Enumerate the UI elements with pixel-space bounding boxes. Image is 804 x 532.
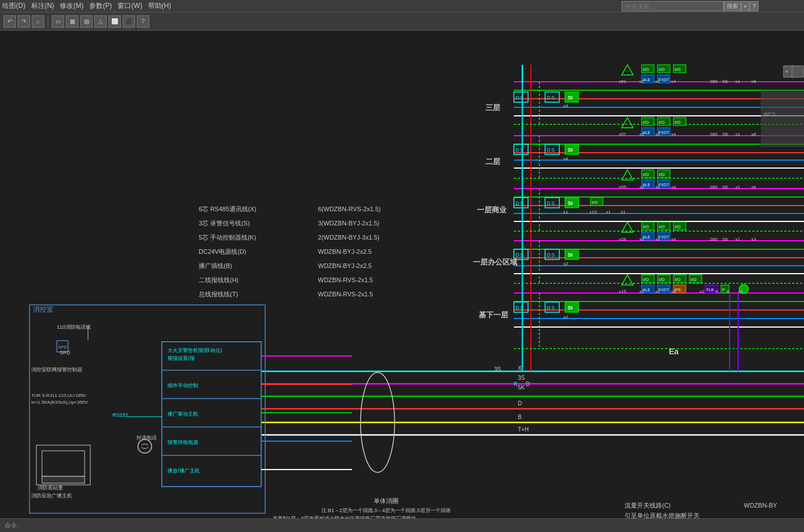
svg-text:x4: x4 xyxy=(671,132,676,137)
tb-btn-2[interactable]: ↷ xyxy=(18,15,30,28)
svg-text:x2: x2 xyxy=(563,315,568,320)
svg-text:I/O: I/O xyxy=(675,277,681,282)
svg-text:播放/播广主机: 播放/播广主机 xyxy=(168,468,200,474)
svg-text:WDZBN-RVS-2x1.5: WDZBN-RVS-2x1.5 xyxy=(318,277,373,283)
search-input[interactable] xyxy=(622,1,724,11)
svg-text:x2: x2 xyxy=(700,289,705,294)
svg-text:I/O: I/O xyxy=(675,67,681,72)
svg-text:x8: x8 xyxy=(751,132,756,137)
tb-btn-5[interactable]: ▦ xyxy=(66,15,78,28)
svg-text:x1: x1 xyxy=(735,237,740,242)
svg-text:消防应急广播主机: 消防应急广播主机 xyxy=(31,493,72,499)
svg-text:x1: x1 xyxy=(655,289,660,294)
menu-bar: 绘图(D) 标注(N) 修改(M) 参数(P) 窗口(W) 帮助(H) 搜索 ×… xyxy=(0,0,804,12)
svg-text:x1: x1 xyxy=(671,289,676,294)
search-bar: 搜索 × ? xyxy=(622,1,759,11)
menu-window[interactable]: 窗口(W) xyxy=(118,1,142,11)
svg-text:Ea: Ea xyxy=(669,347,679,356)
toolbar-divider-1 xyxy=(48,16,48,27)
svg-text:D: D xyxy=(547,305,551,311)
svg-text:WDZBN-BYJ-2x2.5: WDZBN-BYJ-2x2.5 xyxy=(318,248,372,255)
svg-text:S: S xyxy=(551,305,555,311)
svg-text:K: K xyxy=(715,289,719,294)
svg-text:细件手动控制: 细件手动控制 xyxy=(168,383,198,388)
svg-text:6(WDZBN-RVS-2x1.5): 6(WDZBN-RVS-2x1.5) xyxy=(318,206,380,212)
svg-text:x1: x1 xyxy=(639,289,644,294)
svg-text:WDZBN-BY: WDZBN-BY xyxy=(744,502,777,509)
tb-btn-3[interactable]: ⌕ xyxy=(32,15,44,28)
svg-text:三层: 三层 xyxy=(485,103,501,112)
svg-text:In=1.5KA(8/20uS),Up<350V: In=1.5KA(8/20uS),Up<350V xyxy=(31,400,88,405)
svg-text:基下一层: 基下一层 xyxy=(479,311,509,319)
menu-help[interactable]: 帮助(H) xyxy=(148,1,171,11)
svg-text:I/O: I/O xyxy=(643,120,649,125)
svg-text:I/O: I/O xyxy=(643,224,649,229)
svg-text:S: S xyxy=(520,147,524,153)
svg-text:x4: x4 xyxy=(671,79,676,84)
tb-btn-7[interactable]: △ xyxy=(94,15,107,28)
tb-btn-4[interactable]: ▭ xyxy=(52,15,64,28)
status-bar: 命令: xyxy=(0,518,804,532)
svg-text:SE: SE xyxy=(722,237,728,242)
svg-text:110消防电话线: 110消防电话线 xyxy=(57,324,91,330)
canvas-area: D S D S SI x4 D S D S SI x4 D S D S SI x… xyxy=(0,31,804,532)
svg-text:D: D xyxy=(547,147,551,153)
svg-text:RS232: RS232 xyxy=(112,412,128,418)
svg-text:D: D xyxy=(516,147,520,153)
svg-text:x2: x2 xyxy=(639,237,644,242)
svg-text:总线报线线(T): 总线报线线(T) xyxy=(198,291,238,298)
svg-text:3(WDZBN-BYJ-2x1.5): 3(WDZBN-BYJ-2x1.5) xyxy=(318,220,379,227)
menu-params[interactable]: 参数(P) xyxy=(89,1,112,11)
menu-modify[interactable]: 修改(M) xyxy=(60,1,83,11)
svg-text:6芯 RS485通讯线(X): 6芯 RS485通讯线(X) xyxy=(199,206,256,212)
svg-text:280: 280 xyxy=(710,237,718,242)
svg-text:单体消圈: 单体消圈 xyxy=(374,497,399,504)
svg-rect-262 xyxy=(42,476,85,483)
svg-text:FXDT: FXDT xyxy=(659,131,669,135)
svg-text:280: 280 xyxy=(710,185,718,190)
tb-btn-10[interactable]: ? xyxy=(137,15,149,28)
svg-text:SI: SI xyxy=(568,252,573,258)
svg-text:S: S xyxy=(551,147,555,153)
svg-text:SPD: SPD xyxy=(58,345,68,350)
svg-text:x1: x1 xyxy=(735,185,740,190)
svg-text:二层: 二层 xyxy=(485,157,501,166)
svg-text:一层商业: 一层商业 xyxy=(477,206,507,214)
svg-text:I/O: I/O xyxy=(659,277,665,282)
svg-text:I/O: I/O xyxy=(659,224,665,229)
svg-text:FXDT: FXDT xyxy=(659,183,669,187)
svg-text:3芯 录警信号线(S): 3芯 录警信号线(S) xyxy=(199,220,250,227)
svg-text:SPD: SPD xyxy=(60,350,70,355)
close-button[interactable]: × xyxy=(741,1,750,11)
svg-text:WCS...: WCS... xyxy=(764,111,780,117)
svg-text:x9: x9 xyxy=(751,79,756,84)
svg-rect-272 xyxy=(761,90,804,147)
tb-btn-9[interactable]: ⬛ xyxy=(123,15,135,28)
menu-draw[interactable]: 绘图(D) xyxy=(2,1,26,11)
toolbar: ↶ ↷ ⌕ ▭ ▦ ▤ △ ⬜ ⬛ ? xyxy=(0,12,804,31)
svg-text:D: D xyxy=(518,400,522,407)
svg-text:消防底站重: 消防底站重 xyxy=(37,485,63,491)
svg-text:流量开关线路(C): 流量开关线路(C) xyxy=(625,502,671,509)
svg-text:I/O: I/O xyxy=(659,67,665,72)
svg-text:x4: x4 xyxy=(671,185,676,190)
svg-text:X: X xyxy=(513,380,518,387)
menu-annotate[interactable]: 标注(N) xyxy=(31,1,55,11)
svg-text:×: × xyxy=(785,69,788,74)
svg-text:x57: x57 xyxy=(619,132,626,137)
help-button[interactable]: ? xyxy=(749,1,759,11)
search-button[interactable]: 搜索 xyxy=(724,1,741,11)
svg-text:P: P xyxy=(722,288,725,292)
tb-btn-1[interactable]: ↶ xyxy=(3,15,16,28)
svg-text:报警供电电源: 报警供电电源 xyxy=(167,439,198,445)
tb-btn-8[interactable]: ⬜ xyxy=(108,15,121,28)
svg-text:I/O: I/O xyxy=(643,172,649,177)
tb-btn-6[interactable]: ▤ xyxy=(80,15,93,28)
svg-text:消控室联网报警控制器: 消控室联网报警控制器 xyxy=(31,367,82,372)
svg-text:SE: SE xyxy=(722,185,728,190)
svg-text:3S: 3S xyxy=(494,366,501,372)
svg-text:I/O: I/O xyxy=(643,67,649,72)
svg-text:S: S xyxy=(520,95,524,100)
svg-text:FXDT: FXDT xyxy=(659,288,669,292)
svg-text:x3: x3 xyxy=(751,237,756,242)
